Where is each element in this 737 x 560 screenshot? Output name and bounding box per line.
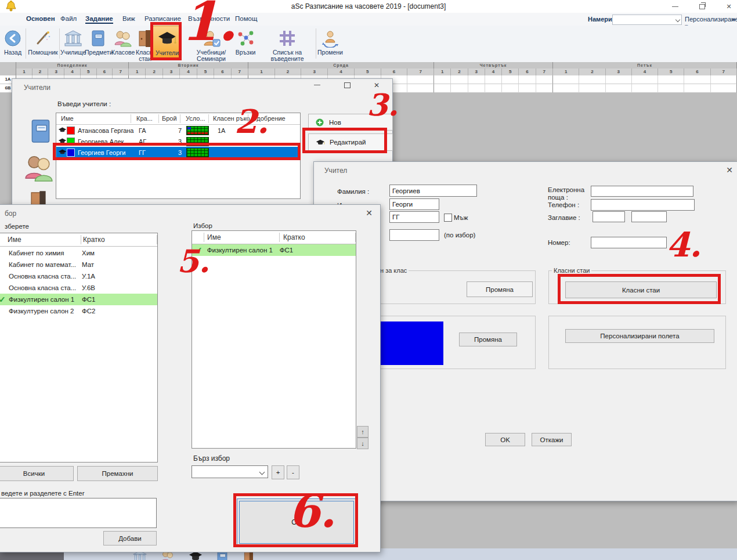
rooms-group-label: Класни стаи <box>552 267 591 274</box>
annotation-box-3 <box>302 128 387 153</box>
ok-button[interactable]: OK <box>485 433 525 446</box>
email-field[interactable] <box>591 186 693 197</box>
tt-cell dayend <box>711 75 737 84</box>
list-item[interactable]: Кабинет по химияХим <box>0 247 157 259</box>
toolbar-changes-button[interactable]: Промени <box>317 26 344 62</box>
list-item[interactable]: Физкултурен салон 2ФС2 <box>0 305 157 317</box>
column-header[interactable]: Кратко <box>283 233 305 241</box>
cancel-button[interactable]: Откажи <box>532 433 572 446</box>
close-icon[interactable]: ✕ <box>364 208 374 218</box>
move-down-button[interactable]: ↓ <box>357 438 368 449</box>
list-item[interactable]: Кабинет по математ...Мат <box>0 259 157 270</box>
short-name-field[interactable] <box>389 211 439 223</box>
phone-label: Телефон : <box>548 201 579 208</box>
subjects-icon <box>85 26 111 49</box>
list-item-selected[interactable]: ✓ Физкултирен салон 1ФС1 <box>0 294 157 305</box>
maximize-button[interactable] <box>344 82 351 88</box>
male-checkbox[interactable] <box>444 214 452 222</box>
tt-cell <box>579 84 605 93</box>
tt-cell <box>502 75 519 84</box>
annotation-number-1: 1. <box>181 0 237 46</box>
list-item-selected[interactable]: ✓ Физкултирен салон 1ФС1 <box>192 244 356 256</box>
change-color-button[interactable]: Промяна <box>459 333 517 346</box>
manual-entry-field[interactable] <box>0 498 157 528</box>
column-header[interactable]: Кра... <box>136 115 153 122</box>
close-icon[interactable]: ✕ <box>725 165 734 175</box>
tt-cell dayend <box>536 84 553 93</box>
optional-field[interactable] <box>389 229 439 241</box>
tt-cell <box>519 75 536 84</box>
tt-cell <box>553 75 579 84</box>
toolbar-wizard-button[interactable]: Помощник <box>27 26 59 62</box>
window-title: aSc Разписание на часовете 2019 - [docum… <box>0 2 737 10</box>
remove-button[interactable]: Премахни <box>77 466 158 481</box>
toolbar-separator <box>26 28 26 59</box>
column-header[interactable]: Усло... <box>186 115 205 122</box>
tt-cell <box>579 75 605 84</box>
school-icon <box>60 26 86 49</box>
toolbar-separator <box>59 28 60 59</box>
quick-add-button[interactable]: + <box>272 465 284 479</box>
teachers-list-label: Въведи учители : <box>57 100 111 107</box>
selected-list-label: Избор <box>193 222 212 229</box>
number-label: Номер: <box>548 239 570 246</box>
custom-fields-button[interactable]: Персонализирани полета <box>565 329 714 343</box>
list-item[interactable]: Основна класна ста...У.1А <box>0 270 157 282</box>
restore-button[interactable] <box>691 0 714 13</box>
email-label: Електронна поща : <box>548 186 591 201</box>
quick-remove-button[interactable]: - <box>287 465 299 479</box>
menu-pomosht[interactable]: Помощ <box>235 15 257 22</box>
change-class-button[interactable]: Промяна <box>467 281 533 297</box>
tt-cell <box>684 84 710 93</box>
restore-icon <box>699 4 705 9</box>
tt-cell <box>451 75 468 84</box>
phone-field[interactable] <box>591 199 695 211</box>
menu-file[interactable]: Файл <box>60 15 77 22</box>
find-input[interactable] <box>612 15 682 25</box>
close-button[interactable]: ✕ <box>717 0 737 13</box>
annotation-box-2 <box>53 143 301 160</box>
column-header[interactable]: Име <box>8 236 21 244</box>
tt-cell dayend <box>711 84 737 93</box>
quick-select-combo[interactable] <box>192 465 268 478</box>
title-field-1[interactable] <box>593 211 625 222</box>
subjects-icon[interactable] <box>30 118 52 145</box>
menu-vizh[interactable]: Виж <box>122 15 135 22</box>
column-header[interactable]: Кратко <box>83 236 105 244</box>
list-item[interactable]: Основна класна ста...У.6В <box>0 282 157 294</box>
classes-icon[interactable] <box>24 153 54 185</box>
quick-select-label: Бърз избор <box>193 454 230 463</box>
select-all-button[interactable]: Всички <box>0 466 74 481</box>
menu-osnoven[interactable]: Основен <box>26 15 55 22</box>
column-header[interactable]: Име <box>61 115 74 122</box>
tt-cell <box>468 84 485 93</box>
name-field[interactable] <box>389 198 439 210</box>
plus-icon <box>316 118 324 127</box>
toolbar-school-button[interactable]: Училище <box>60 26 86 62</box>
minimize-button[interactable] <box>663 0 687 13</box>
number-field[interactable] <box>591 237 667 248</box>
toolbar-classes-button[interactable]: Класове <box>110 26 136 62</box>
column-header[interactable]: Име <box>207 233 221 241</box>
toolbar-constraints-button[interactable]: Списък на въведените ограничения <box>260 26 315 62</box>
title-field-2[interactable] <box>631 211 667 222</box>
tt-cell dayend <box>536 75 553 84</box>
tt-cell <box>658 75 684 84</box>
add-button[interactable]: Добави <box>103 531 157 545</box>
menu-razpisanie[interactable]: Разписание <box>144 15 181 22</box>
move-up-button[interactable]: ↑ <box>357 426 368 438</box>
annotation-number-4: 4. <box>666 230 702 260</box>
close-icon: ✕ <box>726 3 731 10</box>
availability-grid-icon <box>186 126 209 135</box>
menu-zadanie[interactable]: Задание <box>85 15 113 24</box>
column-header[interactable]: Брой <box>162 115 177 122</box>
menubar: Основен Файл Задание Виж Разписание Възм… <box>0 13 737 26</box>
more-chevron-icon[interactable]: » <box>732 16 735 23</box>
toolbar-back-button[interactable]: Назад <box>0 26 26 62</box>
minimize-button[interactable] <box>314 85 323 85</box>
choose-label: зберете <box>5 223 29 230</box>
toolbar-subjects-button[interactable]: Предмети <box>85 26 111 62</box>
title-label: Заглавие : <box>548 214 580 221</box>
surname-field[interactable] <box>389 185 477 197</box>
annotation-number-5: 5. <box>177 247 209 276</box>
